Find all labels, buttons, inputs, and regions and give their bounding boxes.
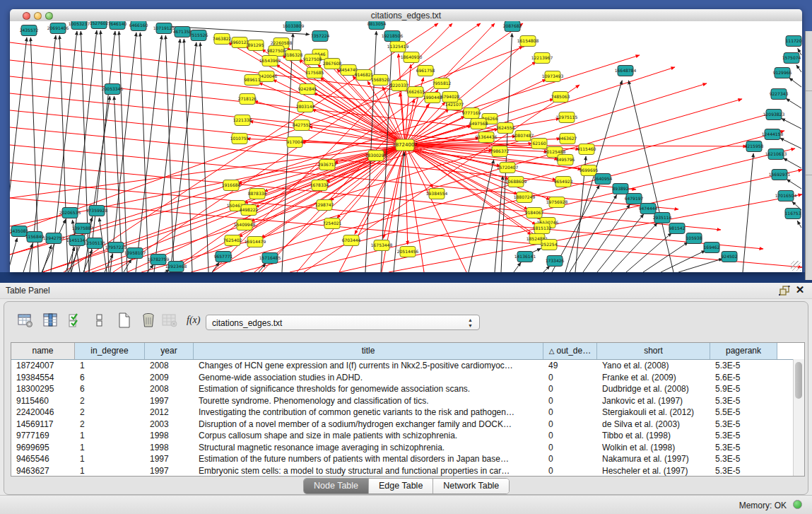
graph-node[interactable]: 6479197	[625, 194, 644, 204]
table-cell[interactable]: 19384554	[11, 372, 75, 384]
table-cell[interactable]: Tibbo et al. (1998)	[597, 430, 710, 442]
delete-entries-button[interactable]	[140, 312, 158, 330]
scrollbar-thumb[interactable]	[795, 362, 802, 399]
graph-node[interactable]: 10688609	[505, 177, 527, 187]
graph-node[interactable]: 12444158	[762, 129, 784, 140]
graph-node[interactable]: 9654923	[554, 177, 573, 187]
graph-node[interactable]: 1990448	[423, 93, 442, 103]
graph-node[interactable]: 20053346	[102, 84, 124, 95]
table-cell[interactable]: Embryonic stem cells: a model to study s…	[194, 465, 543, 477]
citation-edge-red[interactable]	[10, 145, 405, 198]
table-settings-button[interactable]	[17, 312, 35, 330]
graph-node[interactable]: 7254021	[323, 218, 342, 229]
table-cell[interactable]: 49	[543, 360, 597, 372]
table-cell[interactable]: 0	[543, 372, 597, 384]
vertical-scrollbar[interactable]	[793, 359, 804, 476]
graph-node[interactable]: 15716485	[259, 253, 281, 264]
citation-edge-black[interactable]	[543, 266, 550, 272]
graph-node[interactable]: 16154808	[517, 36, 539, 47]
graph-node[interactable]: 9184067	[525, 208, 544, 218]
table-cell[interactable]: 5.3E-5	[710, 453, 777, 465]
graph-node[interactable]: 14136141	[514, 252, 536, 262]
table-cell[interactable]: Genome-wide association studies in ADHD.	[194, 372, 543, 384]
graph-node[interactable]: 9463627	[558, 134, 577, 144]
graph-node[interactable]: 16753448	[371, 240, 393, 251]
table-cell[interactable]: Stergiakouli et al. (2012)	[597, 407, 710, 419]
table-cell[interactable]: 2003	[145, 419, 194, 431]
table-cell[interactable]: 9699695	[11, 442, 75, 454]
graph-node[interactable]: 3624554	[496, 123, 515, 134]
table-cell[interactable]: Structural magnetic resonance image aver…	[194, 442, 543, 454]
citation-edge-red[interactable]	[10, 163, 721, 230]
tab-network-table[interactable]: Network Table	[433, 479, 509, 493]
graph-node[interactable]: 12505135	[84, 238, 106, 249]
graph-node[interactable]: 6961758	[416, 66, 435, 76]
row-height-button[interactable]	[90, 312, 109, 330]
table-cell[interactable]: 1	[75, 360, 145, 372]
graph-node[interactable]: 9242845	[298, 84, 317, 95]
graph-node[interactable]: 7515526	[189, 30, 208, 41]
graph-node[interactable]: 10719125	[153, 23, 175, 34]
graph-node[interactable]: 8215958	[745, 141, 764, 152]
table-cell[interactable]: 9463627	[11, 465, 75, 477]
table-cell[interactable]: 1	[75, 453, 145, 465]
table-cell[interactable]: 2	[75, 419, 145, 431]
table-cell[interactable]: 5.6E-5	[710, 372, 777, 384]
graph-node[interactable]: 7463822	[213, 34, 232, 45]
table-cell[interactable]: 1998	[145, 430, 194, 442]
graph-node[interactable]: 9127508	[303, 54, 322, 65]
graph-node[interactable]: 21364436	[476, 132, 498, 143]
table-cell[interactable]: Tourette syndrome. Phenomenology and cla…	[194, 395, 543, 407]
graph-node[interactable]: 9474444	[639, 204, 658, 214]
table-cell[interactable]: 5.3E-5	[710, 360, 777, 372]
graph-node[interactable]: 13958107	[124, 248, 146, 259]
table-cell[interactable]: de Silva et al. (2003)	[597, 419, 710, 431]
table-cell[interactable]: Yano et al. (2008)	[597, 360, 710, 372]
graph-node[interactable]: 13975887	[72, 223, 94, 234]
graph-node[interactable]: 1916684	[222, 180, 241, 191]
table-cell[interactable]: 1	[75, 442, 145, 454]
graph-node[interactable]: 8427552	[293, 120, 312, 131]
graph-node[interactable]: 2935114	[653, 213, 672, 223]
graph-node[interactable]: 12942757	[43, 233, 65, 244]
graph-node[interactable]: 16210613	[765, 149, 787, 160]
table-cell[interactable]: Franke et al. (2009)	[597, 372, 710, 384]
graph-node[interactable]: 1298747	[315, 200, 334, 211]
graph-node[interactable]: 9227343	[770, 89, 789, 100]
citation-edge-black[interactable]	[212, 262, 219, 272]
graph-node[interactable]: 18300295	[365, 151, 387, 161]
float-panel-button[interactable]	[778, 285, 791, 296]
column-header-out_de[interactable]: △out_de…	[543, 343, 597, 359]
graph-node[interactable]: 12975115	[556, 112, 578, 123]
graph-node[interactable]: 8186328	[284, 50, 303, 61]
graph-node[interactable]: 19384554	[426, 189, 448, 199]
table-cell[interactable]: Wolkin et al. (1998)	[597, 442, 710, 454]
graph-node[interactable]: 20691406	[47, 23, 69, 34]
graph-node[interactable]: 2718126	[238, 94, 257, 105]
graph-node[interactable]: 15720407	[497, 163, 519, 173]
graph-node[interactable]: 105938	[686, 233, 702, 244]
column-header-in_degree[interactable]: in_degree	[75, 343, 145, 359]
citation-edge-black[interactable]	[783, 158, 801, 168]
citation-edge-black[interactable]	[661, 250, 705, 272]
graph-node[interactable]: 16543962	[259, 56, 281, 66]
graph-node[interactable]: 16648784	[615, 66, 637, 76]
table-cell[interactable]: 0	[543, 419, 597, 431]
graph-node[interactable]: 8813054	[367, 21, 387, 30]
citation-edge-black[interactable]	[796, 65, 801, 72]
table-cell[interactable]: Nakamura et al. (1997)	[597, 453, 710, 465]
graph-node[interactable]: 1662615	[406, 87, 425, 98]
citation-edge-red[interactable]	[389, 194, 802, 272]
citation-edge-black[interactable]	[743, 153, 753, 272]
window-resize-grip[interactable]	[791, 261, 801, 271]
column-header-title[interactable]: title	[194, 343, 543, 359]
network-canvas[interactable]: 1872400724355722069140610053237152760276…	[10, 21, 802, 272]
citation-edge-black[interactable]	[628, 81, 673, 272]
column-header-year[interactable]: year	[145, 343, 194, 359]
select-all-columns-button[interactable]	[66, 312, 85, 330]
graph-node[interactable]: 3175685	[305, 68, 324, 78]
table-cell[interactable]: 1998	[145, 442, 194, 454]
table-cell[interactable]: 5.3E-5	[710, 465, 777, 477]
table-cell[interactable]: 0	[543, 442, 597, 454]
citation-edge-red[interactable]	[10, 180, 763, 249]
